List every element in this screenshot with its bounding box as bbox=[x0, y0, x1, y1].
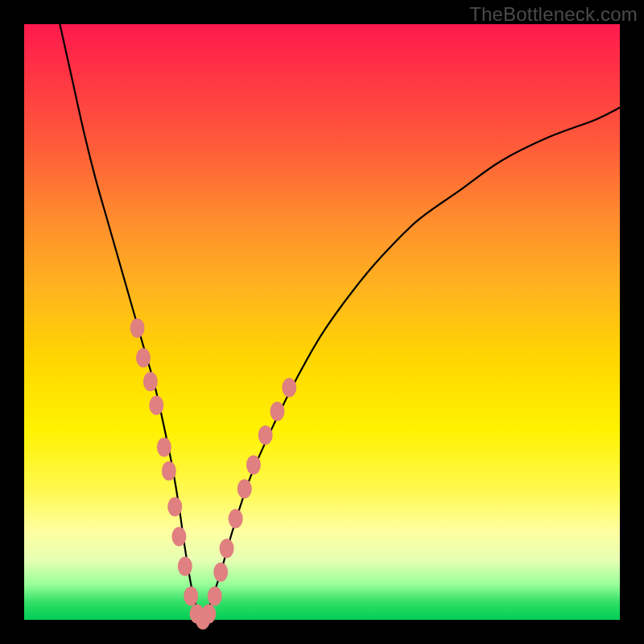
curve-bead bbox=[213, 563, 228, 582]
watermark-text: TheBottleneck.com bbox=[469, 3, 638, 26]
curve-bead bbox=[143, 372, 158, 391]
chart-plot-area bbox=[24, 24, 620, 620]
curve-bead bbox=[162, 461, 176, 481]
curve-bead bbox=[149, 396, 163, 415]
curve-bead bbox=[246, 456, 261, 475]
curve-bead bbox=[130, 318, 145, 337]
curve-bead bbox=[136, 348, 151, 367]
curve-bead bbox=[229, 509, 243, 528]
curve-bead bbox=[184, 586, 198, 605]
curve-bead bbox=[201, 605, 216, 624]
curve-bead bbox=[237, 479, 252, 498]
curve-bead bbox=[282, 378, 296, 397]
curve-bead bbox=[220, 539, 234, 558]
curve-beads-group bbox=[130, 318, 297, 630]
curve-bead bbox=[157, 437, 171, 456]
curve-bead bbox=[208, 586, 222, 605]
curve-bead bbox=[258, 426, 273, 445]
bottleneck-curve-svg bbox=[24, 24, 620, 620]
outer-frame: TheBottleneck.com bbox=[0, 0, 644, 644]
curve-bead bbox=[178, 556, 192, 576]
curve-bead bbox=[270, 402, 285, 421]
bottleneck-curve-path bbox=[60, 24, 620, 620]
curve-bead bbox=[167, 497, 182, 516]
curve-bead bbox=[171, 526, 186, 546]
